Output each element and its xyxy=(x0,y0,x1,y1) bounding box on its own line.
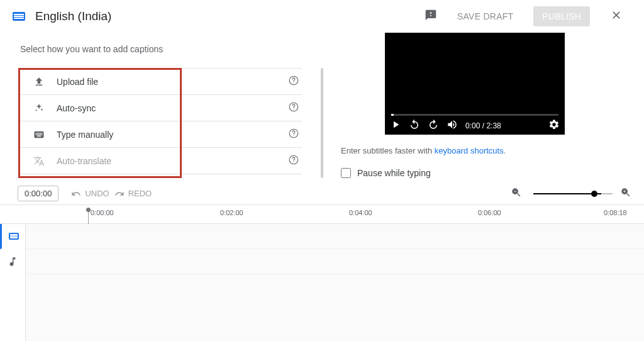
language-title: English (India) xyxy=(35,9,111,23)
ruler-tick: 0:06:00 xyxy=(478,209,501,216)
translate-icon xyxy=(31,155,47,167)
redo-button[interactable]: REDO xyxy=(114,189,152,199)
ruler-tick: 0:04:00 xyxy=(349,209,372,216)
option-label: Auto-translate xyxy=(57,156,111,166)
sparkle-icon xyxy=(31,103,47,114)
zoom-slider[interactable] xyxy=(533,193,609,194)
video-pane: 0:00 / 2:38 Enter subtitles faster with … xyxy=(322,33,644,182)
pause-while-typing-row[interactable]: Pause while typing xyxy=(341,168,631,178)
ruler-tick: 0:02:00 xyxy=(220,209,243,216)
pause-checkbox[interactable] xyxy=(341,168,351,178)
svg-point-5 xyxy=(293,135,294,136)
upload-icon xyxy=(31,76,47,87)
save-draft-button[interactable]: SAVE DRAFT xyxy=(448,6,522,26)
subtitle-track-button[interactable] xyxy=(0,224,25,249)
keyboard-icon xyxy=(31,129,47,140)
svg-point-7 xyxy=(293,162,294,162)
forward-icon[interactable] xyxy=(428,119,439,132)
close-button[interactable] xyxy=(601,4,631,28)
video-controls: 0:00 / 2:38 xyxy=(390,119,560,132)
video-progress-bar[interactable] xyxy=(391,114,558,116)
volume-icon[interactable] xyxy=(447,119,458,132)
audio-track-button[interactable] xyxy=(0,249,25,274)
publish-button[interactable]: PUBLISH xyxy=(533,6,590,26)
caption-options-list: Upload file Auto-sync Type manually xyxy=(20,68,302,174)
header-actions: SAVE DRAFT PUBLISH xyxy=(425,4,631,28)
video-player[interactable]: 0:00 / 2:38 xyxy=(385,33,565,135)
subtitle-icon xyxy=(9,233,19,240)
timeline-ruler[interactable]: 0:00:00 0:02:00 0:04:00 0:06:00 0:08:18 xyxy=(0,205,644,224)
zoom-in-icon[interactable] xyxy=(620,187,631,201)
help-icon[interactable] xyxy=(288,75,299,89)
keyboard-hint: Enter subtitles faster with keyboard sho… xyxy=(341,146,631,155)
time-input[interactable]: 0:00:00 xyxy=(18,186,58,201)
gear-icon[interactable] xyxy=(548,119,560,132)
ruler-tick: 0:00:00 xyxy=(91,209,114,216)
zoom-controls xyxy=(511,187,631,201)
option-auto-sync[interactable]: Auto-sync xyxy=(20,95,302,121)
instruction-text: Select how you want to add captions xyxy=(20,44,302,54)
tracks xyxy=(0,224,644,341)
audio-lane[interactable] xyxy=(26,249,644,274)
option-type-manually[interactable]: Type manually xyxy=(20,121,302,148)
option-auto-translate[interactable]: Auto-translate xyxy=(20,148,302,174)
option-upload-file[interactable]: Upload file xyxy=(20,69,302,95)
play-icon[interactable] xyxy=(390,119,401,132)
subtitle-lane[interactable] xyxy=(26,224,644,249)
option-label: Type manually xyxy=(57,130,113,140)
help-icon[interactable] xyxy=(288,154,299,168)
replay-icon[interactable] xyxy=(409,119,420,132)
help-icon[interactable] xyxy=(288,101,299,115)
svg-point-1 xyxy=(293,82,294,83)
track-selector xyxy=(0,224,25,341)
video-time: 0:00 / 2:38 xyxy=(465,121,501,130)
pause-label: Pause while typing xyxy=(357,168,431,178)
main-content: Select how you want to add captions Uplo… xyxy=(0,33,644,182)
timeline-toolbar: 0:00:00 UNDO REDO xyxy=(0,182,644,205)
option-label: Upload file xyxy=(57,77,98,87)
zoom-slider-thumb[interactable] xyxy=(591,191,597,197)
help-icon[interactable] xyxy=(288,128,299,142)
caption-method-pane: Select how you want to add captions Uplo… xyxy=(0,33,322,182)
zoom-out-icon[interactable] xyxy=(511,187,522,201)
track-area[interactable] xyxy=(25,224,644,341)
svg-point-3 xyxy=(293,109,294,109)
keyboard-shortcuts-link[interactable]: keyboard shortcuts xyxy=(435,146,504,155)
option-label: Auto-sync xyxy=(57,103,96,113)
header: English (India) SAVE DRAFT PUBLISH xyxy=(0,0,644,33)
timeline: 0:00:00 0:02:00 0:04:00 0:06:00 0:08:18 xyxy=(0,205,644,341)
undo-button[interactable]: UNDO xyxy=(71,189,109,199)
ruler-tick: 0:08:18 xyxy=(604,209,627,216)
feedback-icon[interactable] xyxy=(425,9,437,24)
subtitle-icon xyxy=(13,12,25,21)
